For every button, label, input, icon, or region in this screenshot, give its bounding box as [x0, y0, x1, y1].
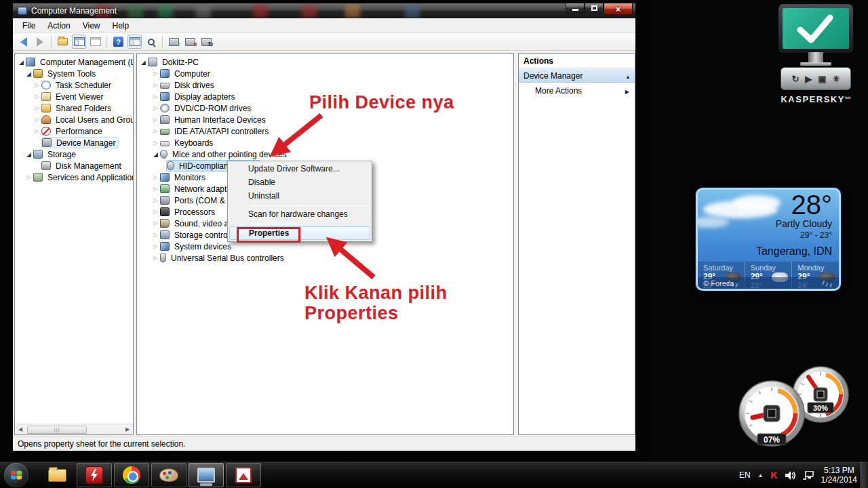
expander-collapsed-icon[interactable] [151, 220, 160, 226]
tree-label[interactable]: Mice and other pointing devices [171, 150, 288, 159]
tree-label[interactable]: Event Viewer [54, 92, 104, 102]
expander-collapsed-icon[interactable] [24, 174, 33, 180]
expander-collapsed-icon[interactable] [151, 94, 160, 100]
expander-collapsed-icon[interactable] [151, 197, 160, 203]
taskbar-paint-button[interactable] [151, 463, 186, 487]
menu-action[interactable]: Action [41, 19, 76, 33]
tree-row[interactable]: Computer Management (Local) [15, 56, 133, 68]
tree-row[interactable]: Human Interface Devices [137, 114, 513, 125]
expander-collapsed-icon[interactable] [151, 209, 160, 215]
tree-label[interactable]: DVD/CD-ROM drives [173, 104, 252, 113]
scan-computer-button[interactable] [144, 35, 158, 49]
tray-clock[interactable]: 5:13 PM 1/24/2014 [821, 466, 857, 485]
tree-label[interactable]: Universal Serial Bus controllers [170, 253, 285, 263]
tree-label[interactable]: Shared Folders [54, 104, 113, 113]
expander-collapsed-icon[interactable] [33, 117, 41, 123]
menu-item-uninstall[interactable]: Uninstall [229, 190, 370, 203]
tree-label[interactable]: Processors [173, 207, 216, 217]
menu-file[interactable]: File [16, 19, 41, 33]
expander-collapsed-icon[interactable] [151, 105, 160, 111]
expander-collapsed-icon[interactable] [151, 128, 160, 134]
kaspersky-widget[interactable]: ↻ ▶ ▣ ✳ KASPERSKYlab [777, 4, 854, 104]
tree-row[interactable]: Disk drives [137, 79, 513, 91]
tree-label[interactable]: Local Users and Groups [54, 115, 134, 125]
tree-label[interactable]: Disk drives [173, 81, 216, 90]
tree-row[interactable]: Storage [15, 148, 133, 160]
show-action-pane-button[interactable] [127, 35, 142, 49]
tree-row[interactable]: Services and Applications [15, 171, 133, 183]
tree-label[interactable]: Keyboards [173, 138, 214, 148]
cpu-meter-gadget[interactable]: 30% 07% [727, 361, 866, 450]
expander-collapsed-icon[interactable] [151, 174, 160, 180]
taskbar-computer-management-button[interactable] [189, 463, 224, 487]
show-desktop-button[interactable] [861, 462, 868, 488]
hidden-icons-chevron[interactable]: ▲ [758, 472, 764, 479]
properties-toolbar-button[interactable] [88, 35, 102, 49]
tree-row-mice-category[interactable]: Mice and other pointing devices [137, 148, 513, 160]
tree-row[interactable]: Keyboards [137, 137, 513, 148]
expander-collapsed-icon[interactable] [151, 117, 160, 123]
expander-collapsed-icon[interactable] [33, 82, 41, 88]
taskbar-chrome-button[interactable] [114, 463, 149, 487]
tree-label[interactable]: Human Interface Devices [173, 115, 267, 125]
expander-expanded-icon[interactable] [151, 151, 160, 158]
tree-row[interactable]: Disk Management [15, 160, 133, 171]
taskbar-image-viewer-button[interactable] [226, 463, 261, 487]
taskbar-app-button[interactable] [77, 463, 112, 487]
weather-gadget[interactable]: 28° Partly Cloudy 29° - 23° Tangerang, I… [696, 188, 841, 291]
show-console-tree-button[interactable] [72, 35, 86, 49]
tree-row[interactable]: Dokitz-PC [137, 56, 513, 68]
minimize-button[interactable] [566, 3, 585, 14]
start-button[interactable] [4, 463, 28, 487]
tree-row[interactable]: Universal Serial Bus controllers [137, 252, 513, 264]
expander-expanded-icon[interactable] [17, 59, 26, 66]
tree-label[interactable]: IDE ATA/ATAPI controllers [173, 127, 270, 136]
expander-collapsed-icon[interactable] [151, 243, 160, 249]
tree-row-device-manager[interactable]: Device Manager [15, 137, 133, 148]
tree-label[interactable]: Dokitz-PC [161, 58, 200, 67]
update-driver-button[interactable]: ↑ [167, 35, 181, 49]
tree-row[interactable]: Task Scheduler [15, 79, 133, 91]
collapse-icon[interactable] [625, 71, 631, 81]
expander-collapsed-icon[interactable] [151, 255, 160, 261]
tree-row[interactable]: Shared Folders [15, 102, 133, 114]
tree-row[interactable]: IDE ATA/ATAPI controllers [137, 125, 513, 137]
tree-label[interactable]: System devices [173, 242, 233, 251]
expander-collapsed-icon[interactable] [151, 82, 160, 88]
scan-hardware-button[interactable]: ↻ [199, 35, 214, 49]
tree-label[interactable]: Services and Applications [46, 173, 134, 182]
horizontal-scrollbar[interactable]: ◀ ||| ▶ [15, 424, 133, 434]
expander-collapsed-icon[interactable] [33, 105, 41, 111]
scrollbar-thumb[interactable]: ||| [27, 426, 87, 434]
tree-row[interactable]: Event Viewer [15, 91, 133, 102]
expander-collapsed-icon[interactable] [151, 140, 160, 146]
network-icon[interactable] [803, 471, 814, 480]
expander-collapsed-icon[interactable] [33, 128, 41, 134]
uninstall-device-button[interactable]: × [183, 35, 197, 49]
export-list-button[interactable] [56, 35, 70, 49]
taskbar-explorer-button[interactable] [39, 463, 75, 487]
expander-expanded-icon[interactable] [24, 151, 33, 158]
kaspersky-tray-icon[interactable]: K [770, 470, 777, 481]
forward-button[interactable] [33, 35, 47, 49]
menu-view[interactable]: View [77, 19, 106, 33]
tree-label[interactable]: Performance [54, 127, 104, 136]
close-button[interactable]: × [604, 3, 633, 15]
tree-label[interactable]: Disk Management [54, 161, 123, 171]
tree-row[interactable]: Computer [137, 68, 513, 79]
tree-label[interactable]: Device Manager [55, 138, 117, 148]
maximize-button[interactable] [585, 3, 604, 14]
expander-collapsed-icon[interactable] [151, 186, 160, 192]
scroll-left-icon[interactable]: ◀ [15, 426, 26, 432]
expander-expanded-icon[interactable] [24, 70, 33, 77]
tree-label[interactable]: System Tools [46, 69, 97, 79]
tree-label[interactable]: Storage [46, 150, 77, 159]
tree-row[interactable]: Local Users and Groups [15, 114, 133, 125]
menu-item-update-driver[interactable]: Update Driver Software... [229, 163, 370, 176]
expander-collapsed-icon[interactable] [33, 94, 41, 100]
expander-expanded-icon[interactable] [139, 59, 148, 66]
language-indicator[interactable]: EN [739, 470, 751, 480]
volume-icon[interactable] [785, 471, 795, 480]
menu-help[interactable]: Help [106, 19, 136, 33]
help-button[interactable]: ? [111, 35, 125, 49]
